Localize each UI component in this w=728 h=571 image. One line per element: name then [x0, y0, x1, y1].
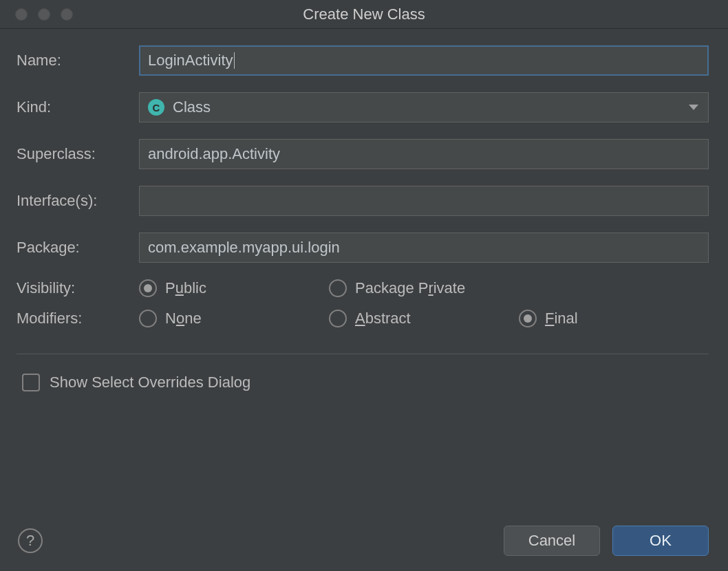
help-button[interactable]: ?	[18, 528, 43, 553]
window-zoom-button[interactable]	[61, 8, 73, 21]
label-package: Package:	[17, 239, 139, 257]
ok-button[interactable]: OK	[612, 526, 709, 556]
label-superclass: Superclass:	[17, 145, 139, 163]
interfaces-input[interactable]	[139, 186, 709, 216]
label-kind: Kind:	[17, 98, 139, 116]
visibility-package-private-option[interactable]: Package Private	[329, 279, 519, 297]
row-kind: Kind: C Class	[17, 92, 709, 122]
ok-button-label: OK	[650, 532, 672, 550]
visibility-package-private-label: Package Private	[355, 279, 465, 297]
package-input[interactable]: com.example.myapp.ui.login	[139, 233, 709, 263]
radio-icon	[329, 279, 347, 297]
row-package: Package: com.example.myapp.ui.login	[17, 233, 709, 263]
row-visibility: Visibility: Public Package Private	[17, 279, 709, 297]
window-minimize-button[interactable]	[38, 8, 50, 21]
modifiers-final-label: Final	[545, 310, 578, 327]
radio-icon	[139, 310, 157, 327]
label-modifiers: Modifiers:	[17, 310, 139, 327]
name-input-value: LoginActivity	[148, 52, 233, 69]
help-icon: ?	[26, 532, 34, 550]
row-modifiers: Modifiers: None Abstract Final	[17, 310, 709, 327]
radio-icon	[139, 279, 157, 297]
radio-icon	[329, 310, 347, 327]
window-close-button[interactable]	[15, 8, 28, 21]
superclass-value: android.app.Activity	[148, 145, 280, 163]
visibility-public-label: Public	[165, 279, 206, 297]
row-superclass: Superclass: android.app.Activity	[17, 139, 709, 169]
modifiers-final-option[interactable]: Final	[519, 310, 709, 327]
chevron-down-icon	[689, 105, 698, 110]
show-overrides-label: Show Select Overrides Dialog	[50, 374, 250, 391]
radio-icon	[519, 310, 537, 327]
label-name: Name:	[17, 52, 139, 69]
kind-select-value: Class	[173, 98, 211, 116]
modifiers-none-option[interactable]: None	[139, 310, 329, 327]
package-value: com.example.myapp.ui.login	[148, 239, 340, 257]
cancel-button[interactable]: Cancel	[504, 526, 600, 556]
label-visibility: Visibility:	[17, 279, 139, 297]
text-caret	[234, 52, 235, 69]
dialog-footer: ? Cancel OK	[0, 526, 728, 571]
window-title: Create New Class	[0, 6, 728, 23]
row-interfaces: Interface(s):	[17, 186, 709, 216]
modifiers-abstract-label: Abstract	[355, 310, 411, 327]
visibility-public-option[interactable]: Public	[139, 279, 329, 297]
kind-select[interactable]: C Class	[139, 92, 709, 122]
class-icon: C	[148, 99, 164, 116]
modifiers-abstract-option[interactable]: Abstract	[329, 310, 519, 327]
dialog-content: Name: LoginActivity Kind: C Class Superc…	[0, 29, 728, 391]
superclass-input[interactable]: android.app.Activity	[139, 139, 709, 169]
divider	[17, 354, 709, 354]
show-overrides-option[interactable]: Show Select Overrides Dialog	[22, 374, 709, 391]
titlebar: Create New Class	[0, 0, 728, 29]
name-input[interactable]: LoginActivity	[139, 45, 709, 76]
label-interfaces: Interface(s):	[17, 192, 139, 210]
checkbox-icon	[22, 374, 40, 391]
modifiers-none-label: None	[165, 310, 202, 327]
row-name: Name: LoginActivity	[17, 45, 709, 76]
window-controls	[0, 8, 73, 21]
cancel-button-label: Cancel	[528, 532, 575, 550]
